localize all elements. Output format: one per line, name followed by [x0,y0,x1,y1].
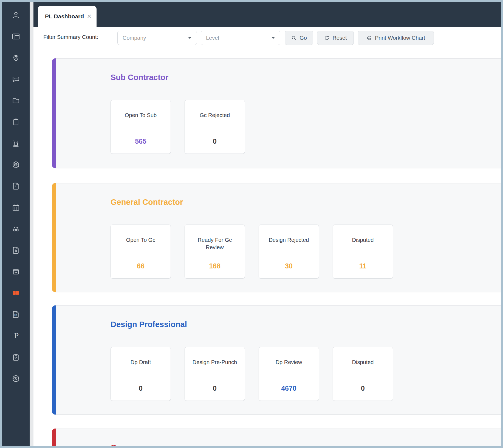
summary-card-ready-for-gc-review[interactable]: Ready For Gc Review 168 [185,225,245,279]
section-design-professional: Design Professional Dp Draft 0 Design Pr… [52,305,501,415]
card-row: Open To Sub 565 Gc Rejected 0 [111,100,245,154]
card-label: Ready For Gc Review [188,236,241,251]
alarm-icon [12,139,20,148]
summary-card-open-to-gc[interactable]: Open To Gc 66 [111,225,171,279]
svg-text:P: P [14,332,19,340]
general-contractor-accent-bar [52,183,56,292]
card-label: Open To Gc [114,236,167,244]
sidebar-item-project-info[interactable] [11,117,21,127]
sidebar-item-reports[interactable] [11,246,21,255]
tab-pl-dashboard[interactable]: PL Dashboard ✕ [38,6,97,27]
app-window: CM P PL Dashboard ✕ Filter Summary Count… [0,0,503,448]
section-title: Owner [111,443,135,446]
chat-icon [12,75,20,84]
card-label: Design Rejected [262,236,315,244]
section-title: General Contractor [111,198,183,207]
sidebar-item-tasks[interactable] [11,353,21,362]
card-value: 565 [111,137,171,145]
inbox-icon [12,267,20,276]
clipboard-check-icon [12,353,20,362]
card-label: Open To Sub [114,112,167,119]
company-select-value: Company [123,35,146,41]
svg-text:CM: CM [14,314,17,316]
filter-summary-label: Filter Summary Count: [43,34,98,40]
clipboard-info-icon [12,118,20,126]
summary-card-open-to-sub[interactable]: Open To Sub 565 [111,100,171,154]
card-value: 0 [185,384,245,392]
document-chart-icon [12,246,20,255]
card-value: 4670 [259,384,319,392]
card-label: Dp Review [262,359,315,366]
card-row: Open To Gc 66 Ready For Gc Review 168 De… [111,225,393,279]
section-sub-contractor: Sub Contractor Open To Sub 565 Gc Reject… [52,58,501,168]
card-value: 0 [111,384,171,392]
summary-card-design-pre-punch[interactable]: Design Pre-Punch 0 [185,347,245,401]
layout-icon [12,32,20,41]
sidebar-item-observations[interactable] [11,224,21,234]
chevron-down-icon [271,37,275,39]
main-area: PL Dashboard ✕ Filter Summary Count: Com… [33,2,501,446]
sidebar-item-cm-docs[interactable]: CM [11,310,21,319]
letter-p-icon: P [12,331,20,340]
level-select-value: Level [206,35,219,41]
punch-list-icon [12,289,20,297]
sidebar-item-locations[interactable] [11,53,21,63]
sidebar-item-alerts[interactable] [11,139,21,148]
summary-card-dp-draft[interactable]: Dp Draft 0 [111,347,171,401]
card-value: 11 [333,262,393,270]
section-owner: Owner [52,429,501,446]
sidebar-item-issues[interactable] [11,182,21,191]
summary-card-gc-rejected[interactable]: Gc Rejected 0 [185,100,245,154]
sidebar-item-quality[interactable] [11,160,21,169]
sub-contractor-accent-bar [52,58,56,168]
reset-button[interactable]: Reset [317,31,354,45]
search-icon [291,35,297,41]
sidebar-item-messages[interactable] [11,75,21,84]
refresh-icon [324,35,330,41]
header-bar: PL Dashboard ✕ [33,2,501,27]
sidebar-item-settings-tools[interactable] [11,374,21,383]
filter-bar: Filter Summary Count: Company Level Go R… [33,27,501,49]
sidebar-item-user[interactable] [11,10,21,20]
sidebar: CM P [2,2,30,446]
card-value: 30 [259,262,319,270]
reset-button-label: Reset [332,35,347,41]
calendar-icon [12,203,20,212]
binoculars-icon [12,225,20,233]
map-pin-icon [12,53,20,62]
tab-close-icon[interactable]: ✕ [87,13,92,20]
chevron-down-icon [188,37,192,39]
summary-card-design-rejected[interactable]: Design Rejected 30 [259,225,319,279]
card-label: Dp Draft [114,359,167,366]
sidebar-item-procore[interactable]: P [11,331,21,341]
sidebar-item-schedule[interactable] [11,203,21,212]
card-label: Gc Rejected [188,112,241,119]
user-icon [12,11,20,19]
summary-card-dp-review[interactable]: Dp Review 4670 [259,347,319,401]
card-label: Design Pre-Punch [188,359,241,366]
section-general-contractor: General Contractor Open To Gc 66 Ready F… [52,183,501,292]
hexagon-check-icon [12,160,20,169]
cm-document-icon: CM [12,310,20,319]
document-alert-icon [12,182,20,191]
sidebar-item-inbox[interactable] [11,267,21,276]
card-value: 0 [185,137,245,145]
summary-card-disputed[interactable]: Disputed 0 [333,347,393,401]
sidebar-item-files[interactable] [11,96,21,105]
tools-icon [12,374,20,383]
print-workflow-chart-button[interactable]: Print Workflow Chart [358,31,434,45]
sidebar-item-layout[interactable] [11,32,21,41]
company-select[interactable]: Company [117,31,197,45]
level-select[interactable]: Level [201,31,280,45]
sidebar-item-punch-list[interactable] [11,288,21,298]
print-button-label: Print Workflow Chart [375,35,425,41]
card-label: Disputed [336,236,389,244]
card-row: Dp Draft 0 Design Pre-Punch 0 Dp Review … [111,347,393,401]
summary-card-disputed[interactable]: Disputed 11 [333,225,393,279]
owner-accent-bar [52,429,56,446]
tab-title: PL Dashboard [45,13,84,20]
sidebar-divider [30,2,33,446]
folder-icon [12,96,20,105]
go-button-label: Go [299,35,307,41]
go-button[interactable]: Go [285,31,313,45]
